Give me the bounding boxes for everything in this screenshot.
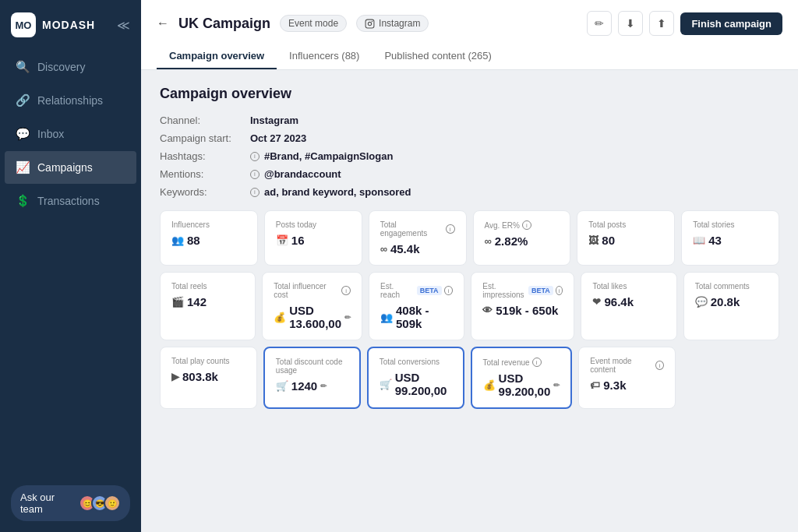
share-button[interactable]: ⬆ (649, 11, 674, 36)
top-bar-right: ✏ ⬇ ⬆ Finish campaign (587, 11, 782, 36)
stat-icon-discount_code_usage: 🛒 (276, 380, 288, 392)
download-button[interactable]: ⬇ (618, 11, 643, 36)
stat-icon-avg_er: ∞ (485, 235, 492, 247)
stat-card-discount_code_usage: Total discount code usage 🛒1240 ✏ (263, 347, 361, 409)
stat-card-est_impressions: Est. impressions BETA i 👁519k - 650k (471, 272, 574, 340)
stat-icon-total_likes: ❤ (592, 296, 601, 308)
sidebar-item-label: Relationships (37, 94, 103, 107)
channel-value: Instagram (250, 115, 298, 126)
mentions-info-icon[interactable]: i (250, 170, 260, 179)
stat-value-text: 408k - 509k (396, 304, 453, 330)
channel-label: Channel: (160, 115, 245, 126)
mentions-row: Mentions: i @brandaccount (160, 168, 779, 180)
stat-label-discount_code_usage: Total discount code usage (276, 358, 348, 375)
content-area: Campaign overview Channel: Instagram Cam… (141, 70, 798, 532)
svg-rect-0 (365, 19, 374, 28)
stat-card-est_reach: Est. reach BETA i 👥408k - 509k (369, 272, 464, 340)
back-button[interactable]: ← (157, 16, 169, 30)
stat-info-icon[interactable]: i (341, 286, 351, 295)
sidebar-item-discovery[interactable]: 🔍Discovery (5, 51, 136, 83)
stat-label-posts_today: Posts today (276, 220, 351, 229)
stat-value-posts_today: 📅16 (276, 234, 351, 247)
sidebar-item-inbox[interactable]: 💬Inbox (5, 118, 136, 150)
start-row: Campaign start: Oct 27 2023 (160, 132, 779, 144)
stat-info-icon[interactable]: i (522, 220, 531, 230)
stat-label-text: Total play counts (171, 357, 230, 365)
channel-row: Channel: Instagram (160, 115, 779, 126)
stat-label-text: Total reels (171, 282, 207, 291)
sidebar-item-transactions[interactable]: 💲Transactions (5, 185, 136, 217)
stat-edit-icon[interactable]: ✏ (320, 382, 327, 390)
stat-card-influencers: Influencers 👥88 (160, 210, 258, 266)
ask-team-button[interactable]: Ask our team 😊 😎 🙂 (11, 485, 130, 521)
nav-items: 🔍Discovery🔗Relationships💬Inbox📈Campaigns… (0, 50, 141, 218)
stat-value-text: 43 (708, 234, 722, 247)
page-title: UK Campaign (178, 16, 270, 32)
event-mode-badge: Event mode (280, 15, 347, 32)
mentions-value: @brandaccount (264, 168, 341, 180)
sidebar-item-campaigns[interactable]: 📈Campaigns (5, 151, 136, 184)
stat-value-total_posts: 🖼80 (588, 234, 663, 247)
stat-label-text: Avg. ER% (485, 221, 520, 230)
brand-name: MODASH (42, 19, 117, 31)
stat-label-total_likes: Total likes (592, 282, 665, 291)
sidebar-item-relationships[interactable]: 🔗Relationships (5, 84, 136, 117)
stat-edit-icon[interactable]: ✏ (344, 313, 351, 322)
tab-published[interactable]: Published content (265) (372, 44, 503, 69)
stat-edit-icon[interactable]: ✏ (553, 381, 560, 389)
campaigns-icon: 📈 (16, 160, 30, 174)
tab-overview[interactable]: Campaign overview (157, 44, 277, 69)
stat-info-icon[interactable]: i (446, 224, 455, 234)
stat-info-icon[interactable]: i (444, 286, 454, 295)
stat-info-icon[interactable]: i (556, 286, 563, 295)
stat-value-text: 9.3k (603, 379, 626, 392)
stat-value-est_impressions: 👁519k - 650k (482, 304, 563, 317)
collapse-button[interactable]: ≪ (117, 18, 130, 33)
stat-label-text: Total engagements (380, 220, 443, 238)
stat-label-text: Posts today (276, 220, 316, 229)
stat-icon-influencers: 👥 (171, 234, 184, 246)
hashtags-info-icon[interactable]: i (250, 152, 260, 161)
stat-card-total_revenue: Total revenue i 💰USD 99.200,00 ✏ (471, 347, 573, 409)
stat-icon-total_conversions: 🛒 (380, 379, 392, 390)
stat-value-text: 96.4k (604, 295, 634, 308)
tab-influencers[interactable]: Influencers (88) (277, 44, 372, 69)
hashtags-value: #Brand, #CampaignSlogan (264, 150, 393, 162)
stat-label-total_engagements: Total engagements i (380, 220, 455, 238)
stat-card-avg_er: Avg. ER% i ∞2.82% (473, 210, 571, 266)
finish-campaign-button[interactable]: Finish campaign (680, 12, 782, 35)
stat-label-total_comments: Total comments (695, 282, 768, 291)
sidebar-bottom: Ask our team 😊 😎 🙂 (0, 474, 141, 532)
relationships-icon: 🔗 (16, 93, 30, 107)
stat-icon-total_reels: 🎬 (171, 296, 184, 308)
stat-label-text: Total discount code usage (276, 358, 348, 375)
stat-card-posts_today: Posts today 📅16 (264, 210, 362, 266)
edit-button[interactable]: ✏ (587, 11, 612, 36)
stat-value-avg_er: ∞2.82% (485, 234, 560, 248)
stat-card-total_posts: Total posts 🖼80 (577, 210, 675, 266)
keywords-info-icon[interactable]: i (250, 188, 260, 197)
stat-value-influencers: 👥88 (171, 234, 246, 247)
stat-label-text: Total comments (695, 282, 750, 291)
tab-bar: Campaign overviewInfluencers (88)Publish… (157, 44, 782, 69)
sidebar: MO MODASH ≪ 🔍Discovery🔗Relationships💬Inb… (0, 0, 141, 532)
stat-icon-total_comments: 💬 (695, 296, 708, 308)
keywords-value: ad, brand keyword, sponsored (264, 186, 411, 198)
stat-card-total_likes: Total likes ❤96.4k (581, 272, 676, 340)
stats-section: Influencers 👥88 Posts today 📅16 Total en… (160, 210, 779, 409)
stat-value-text: USD 99.200,00 (395, 371, 452, 397)
stat-icon-total_stories: 📖 (693, 234, 705, 246)
stat-label-influencers: Influencers (171, 220, 246, 229)
stat-info-icon[interactable]: i (655, 361, 664, 370)
stat-card-total_conversions: Total conversions 🛒USD 99.200,00 (367, 347, 464, 409)
stat-icon-event_mode_content: 🏷 (590, 379, 600, 391)
stat-info-icon[interactable]: i (532, 358, 542, 367)
stat-label-event_mode_content: Event mode content i (590, 357, 664, 374)
stat-value-text: 80 (602, 234, 615, 247)
channel-badge: Instagram (356, 15, 429, 32)
keywords-label: Keywords: (160, 186, 245, 198)
team-avatars: 😊 😎 🙂 (79, 495, 121, 512)
stat-value-total_comments: 💬20.8k (695, 295, 768, 308)
stat-icon-est_reach: 👥 (380, 312, 393, 323)
start-value: Oct 27 2023 (250, 132, 306, 144)
